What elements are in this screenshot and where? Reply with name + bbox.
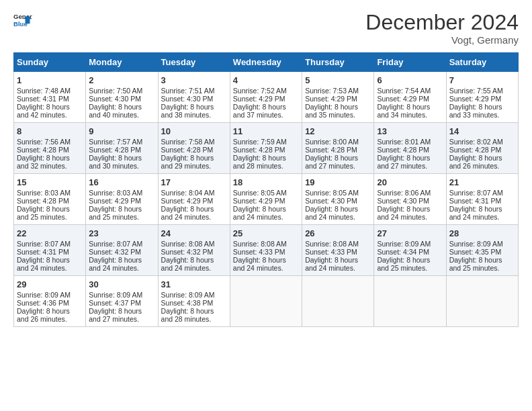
sunrise-text: Sunrise: 8:05 AM bbox=[233, 189, 287, 197]
logo: General Blue bbox=[13, 11, 32, 30]
sunrise-text: Sunrise: 8:05 AM bbox=[305, 189, 359, 197]
calendar-cell: 5Sunrise: 7:53 AMSunset: 4:29 PMDaylight… bbox=[302, 72, 374, 123]
sunset-text: Sunset: 4:32 PM bbox=[89, 248, 141, 256]
day-number: 8 bbox=[17, 126, 83, 136]
sunrise-text: Sunrise: 8:04 AM bbox=[161, 189, 215, 197]
day-number: 15 bbox=[17, 177, 83, 187]
day-header-thursday: Thursday bbox=[302, 53, 374, 72]
sunset-text: Sunset: 4:38 PM bbox=[161, 299, 214, 307]
day-number: 2 bbox=[89, 75, 154, 85]
day-header-friday: Friday bbox=[374, 53, 446, 72]
daylight-text: Daylight: 8 hours and 24 minutes. bbox=[161, 205, 214, 221]
day-number: 10 bbox=[161, 126, 227, 136]
day-number: 12 bbox=[305, 126, 371, 136]
sunrise-text: Sunrise: 7:48 AM bbox=[17, 87, 71, 95]
daylight-text: Daylight: 8 hours and 25 minutes. bbox=[449, 256, 502, 272]
calendar-header-row: SundayMondayTuesdayWednesdayThursdayFrid… bbox=[14, 53, 519, 72]
day-number: 18 bbox=[233, 177, 299, 187]
day-number: 3 bbox=[161, 75, 227, 85]
calendar-cell: 24Sunrise: 8:08 AMSunset: 4:32 PMDayligh… bbox=[158, 225, 230, 276]
calendar-cell: 18Sunrise: 8:05 AMSunset: 4:29 PMDayligh… bbox=[230, 174, 302, 225]
day-number: 20 bbox=[377, 177, 443, 187]
calendar-cell: 26Sunrise: 8:08 AMSunset: 4:33 PMDayligh… bbox=[302, 225, 374, 276]
daylight-text: Daylight: 8 hours and 24 minutes. bbox=[305, 256, 358, 272]
calendar-cell: 14Sunrise: 8:02 AMSunset: 4:28 PMDayligh… bbox=[446, 123, 518, 174]
calendar-cell: 11Sunrise: 7:59 AMSunset: 4:28 PMDayligh… bbox=[230, 123, 302, 174]
calendar-cell bbox=[446, 276, 518, 327]
sunrise-text: Sunrise: 7:59 AM bbox=[233, 138, 287, 146]
daylight-text: Daylight: 8 hours and 24 minutes. bbox=[377, 205, 430, 221]
calendar-cell: 1Sunrise: 7:48 AMSunset: 4:31 PMDaylight… bbox=[14, 72, 86, 123]
sunset-text: Sunset: 4:29 PM bbox=[233, 197, 285, 205]
sunset-text: Sunset: 4:36 PM bbox=[17, 299, 69, 307]
daylight-text: Daylight: 8 hours and 28 minutes. bbox=[233, 154, 286, 170]
sunrise-text: Sunrise: 8:07 AM bbox=[17, 240, 71, 248]
sunrise-text: Sunrise: 7:54 AM bbox=[377, 87, 431, 95]
daylight-text: Daylight: 8 hours and 33 minutes. bbox=[449, 103, 502, 119]
day-header-wednesday: Wednesday bbox=[230, 53, 302, 72]
calendar-cell bbox=[230, 276, 302, 327]
day-number: 16 bbox=[89, 177, 154, 187]
daylight-text: Daylight: 8 hours and 38 minutes. bbox=[161, 103, 214, 119]
calendar-table: SundayMondayTuesdayWednesdayThursdayFrid… bbox=[13, 52, 519, 327]
sunset-text: Sunset: 4:28 PM bbox=[233, 146, 285, 154]
sunset-text: Sunset: 4:32 PM bbox=[161, 248, 214, 256]
daylight-text: Daylight: 8 hours and 42 minutes. bbox=[17, 103, 70, 119]
sunrise-text: Sunrise: 7:57 AM bbox=[89, 138, 142, 146]
sunset-text: Sunset: 4:28 PM bbox=[305, 146, 357, 154]
calendar-cell: 23Sunrise: 8:07 AMSunset: 4:32 PMDayligh… bbox=[86, 225, 158, 276]
sunrise-text: Sunrise: 8:02 AM bbox=[449, 138, 503, 146]
calendar-cell: 4Sunrise: 7:52 AMSunset: 4:29 PMDaylight… bbox=[230, 72, 302, 123]
sunset-text: Sunset: 4:35 PM bbox=[449, 248, 502, 256]
calendar-cell: 27Sunrise: 8:09 AMSunset: 4:34 PMDayligh… bbox=[374, 225, 446, 276]
daylight-text: Daylight: 8 hours and 27 minutes. bbox=[89, 307, 142, 323]
calendar-cell: 3Sunrise: 7:51 AMSunset: 4:30 PMDaylight… bbox=[158, 72, 230, 123]
calendar-cell: 25Sunrise: 8:08 AMSunset: 4:33 PMDayligh… bbox=[230, 225, 302, 276]
sunrise-text: Sunrise: 7:50 AM bbox=[89, 87, 142, 95]
sunrise-text: Sunrise: 7:58 AM bbox=[161, 138, 215, 146]
sunset-text: Sunset: 4:29 PM bbox=[305, 95, 357, 103]
sunset-text: Sunset: 4:33 PM bbox=[305, 248, 357, 256]
sunset-text: Sunset: 4:37 PM bbox=[89, 299, 141, 307]
week-row-4: 22Sunrise: 8:07 AMSunset: 4:31 PMDayligh… bbox=[14, 225, 519, 276]
calendar-body: 1Sunrise: 7:48 AMSunset: 4:31 PMDaylight… bbox=[14, 72, 519, 327]
sunrise-text: Sunrise: 7:53 AM bbox=[305, 87, 359, 95]
day-number: 27 bbox=[377, 228, 443, 238]
sunrise-text: Sunrise: 8:03 AM bbox=[17, 189, 71, 197]
title-area: December 2024 Vogt, Germany bbox=[365, 11, 519, 46]
day-number: 17 bbox=[161, 177, 227, 187]
sunset-text: Sunset: 4:30 PM bbox=[377, 197, 429, 205]
page-header: General Blue December 2024 Vogt, Germany bbox=[13, 11, 519, 46]
daylight-text: Daylight: 8 hours and 26 minutes. bbox=[17, 307, 70, 323]
calendar-cell bbox=[374, 276, 446, 327]
sunrise-text: Sunrise: 8:07 AM bbox=[89, 240, 142, 248]
daylight-text: Daylight: 8 hours and 27 minutes. bbox=[305, 154, 358, 170]
daylight-text: Daylight: 8 hours and 29 minutes. bbox=[161, 154, 214, 170]
calendar-cell: 13Sunrise: 8:01 AMSunset: 4:28 PMDayligh… bbox=[374, 123, 446, 174]
sunset-text: Sunset: 4:31 PM bbox=[17, 95, 69, 103]
day-number: 11 bbox=[233, 126, 299, 136]
daylight-text: Daylight: 8 hours and 25 minutes. bbox=[377, 256, 430, 272]
day-number: 21 bbox=[449, 177, 515, 187]
day-header-sunday: Sunday bbox=[14, 53, 86, 72]
logo-icon: General Blue bbox=[13, 11, 32, 30]
daylight-text: Daylight: 8 hours and 24 minutes. bbox=[233, 205, 286, 221]
sunrise-text: Sunrise: 7:55 AM bbox=[449, 87, 503, 95]
day-number: 31 bbox=[161, 279, 227, 289]
sunrise-text: Sunrise: 8:01 AM bbox=[377, 138, 431, 146]
sunrise-text: Sunrise: 8:06 AM bbox=[377, 189, 431, 197]
daylight-text: Daylight: 8 hours and 40 minutes. bbox=[89, 103, 142, 119]
calendar-cell: 30Sunrise: 8:09 AMSunset: 4:37 PMDayligh… bbox=[86, 276, 158, 327]
calendar-cell: 15Sunrise: 8:03 AMSunset: 4:28 PMDayligh… bbox=[14, 174, 86, 225]
week-row-3: 15Sunrise: 8:03 AMSunset: 4:28 PMDayligh… bbox=[14, 174, 519, 225]
calendar-cell: 17Sunrise: 8:04 AMSunset: 4:29 PMDayligh… bbox=[158, 174, 230, 225]
daylight-text: Daylight: 8 hours and 24 minutes. bbox=[449, 205, 502, 221]
day-number: 22 bbox=[17, 228, 83, 238]
daylight-text: Daylight: 8 hours and 24 minutes. bbox=[89, 256, 142, 272]
day-number: 1 bbox=[17, 75, 83, 85]
sunset-text: Sunset: 4:28 PM bbox=[89, 146, 141, 154]
sunset-text: Sunset: 4:30 PM bbox=[89, 95, 141, 103]
calendar-cell: 2Sunrise: 7:50 AMSunset: 4:30 PMDaylight… bbox=[86, 72, 158, 123]
daylight-text: Daylight: 8 hours and 24 minutes. bbox=[233, 256, 286, 272]
day-header-saturday: Saturday bbox=[446, 53, 518, 72]
